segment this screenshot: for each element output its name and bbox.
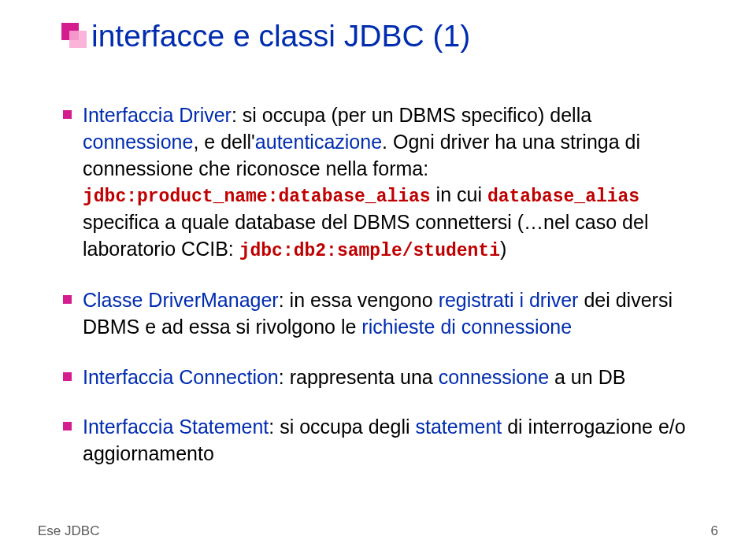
title-row: interfacce e classi JDBC (1) — [61, 19, 470, 54]
text-segment: Interfaccia Driver — [83, 104, 232, 126]
text-segment: jdbc:product_name:database_alias — [83, 187, 431, 207]
text-segment: : si occupa (per un DBMS specifico) dell… — [232, 104, 591, 126]
bullet-text: Interfaccia Statement: si occupa degli s… — [83, 414, 701, 467]
square-bullet-icon — [63, 110, 72, 119]
bullet-text: Interfaccia Connection: rappresenta una … — [83, 364, 625, 391]
bullet-item: Interfaccia Connection: rappresenta una … — [63, 364, 701, 391]
square-bullet-icon — [63, 422, 72, 431]
text-segment: autenticazione — [255, 131, 382, 153]
text-segment: in cui — [431, 183, 487, 205]
text-segment: : in essa vengono — [279, 289, 439, 311]
text-segment: ) — [500, 238, 506, 260]
bullet-text: Interfaccia Driver: si occupa (per un DB… — [83, 102, 701, 264]
bullet-item: Classe DriverManager: in essa vengono re… — [63, 287, 701, 341]
slide-body: Interfaccia Driver: si occupa (per un DB… — [63, 102, 701, 491]
text-segment: registrati i driver — [439, 289, 579, 311]
footer-page-number: 6 — [711, 523, 718, 539]
text-segment: , e dell' — [193, 131, 254, 153]
text-segment: connessione — [83, 131, 193, 153]
footer: Ese JDBC 6 — [38, 523, 718, 539]
text-segment: : rappresenta una — [279, 366, 439, 388]
footer-left: Ese JDBC — [38, 523, 99, 539]
text-segment: connessione — [439, 366, 549, 388]
slide: interfacce e classi JDBC (1) Interfaccia… — [0, 0, 756, 558]
bullet-item: Interfaccia Driver: si occupa (per un DB… — [63, 102, 701, 264]
text-segment: statement — [415, 416, 502, 438]
text-segment: database_alias — [487, 187, 639, 207]
text-segment: richieste di connessione — [361, 316, 572, 338]
text-segment: Interfaccia Statement — [83, 416, 269, 438]
bullet-text: Classe DriverManager: in essa vengono re… — [83, 287, 701, 341]
bullet-item: Interfaccia Statement: si occupa degli s… — [63, 414, 701, 467]
square-bullet-icon — [63, 372, 72, 381]
slide-title: interfacce e classi JDBC (1) — [91, 19, 470, 54]
square-bullet-icon — [63, 295, 72, 304]
text-segment: : si occupa degli — [269, 416, 415, 438]
text-segment: jdbc:db2:sample/studenti — [239, 241, 500, 261]
title-bullet-icon — [61, 23, 83, 50]
text-segment: Interfaccia Connection — [83, 366, 279, 388]
text-segment: Classe DriverManager — [83, 289, 279, 311]
text-segment: a un DB — [549, 366, 625, 388]
